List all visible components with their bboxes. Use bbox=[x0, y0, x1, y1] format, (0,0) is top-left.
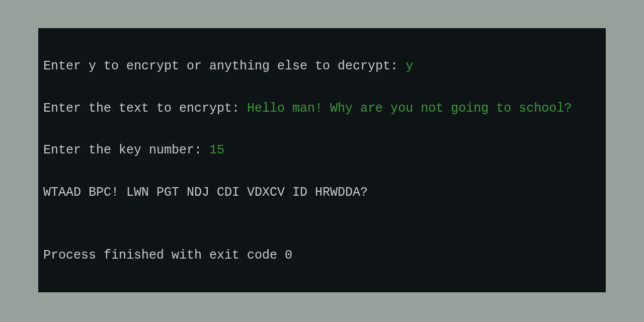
console-line-2: Enter the text to encrypt: Hello man! Wh… bbox=[43, 98, 601, 119]
console-output: Enter y to encrypt or anything else to d… bbox=[38, 28, 606, 292]
prompt-1: Enter y to encrypt or anything else to d… bbox=[43, 59, 406, 73]
prompt-2: Enter the text to encrypt: bbox=[43, 101, 247, 116]
console-line-3: Enter the key number: 15 bbox=[43, 140, 601, 161]
console-line-4: WTAAD BPC! LWN PGT NDJ CDI VDXCV ID HRWD… bbox=[43, 182, 601, 203]
prompt-3: Enter the key number: bbox=[43, 143, 209, 157]
user-input-2: Hello man! Why are you not going to scho… bbox=[247, 101, 572, 116]
console-line-6: Process finished with exit code 0 bbox=[43, 245, 601, 266]
user-input-1: y bbox=[406, 59, 413, 73]
console-line-1: Enter y to encrypt or anything else to d… bbox=[43, 56, 601, 77]
user-input-3: 15 bbox=[209, 143, 224, 157]
